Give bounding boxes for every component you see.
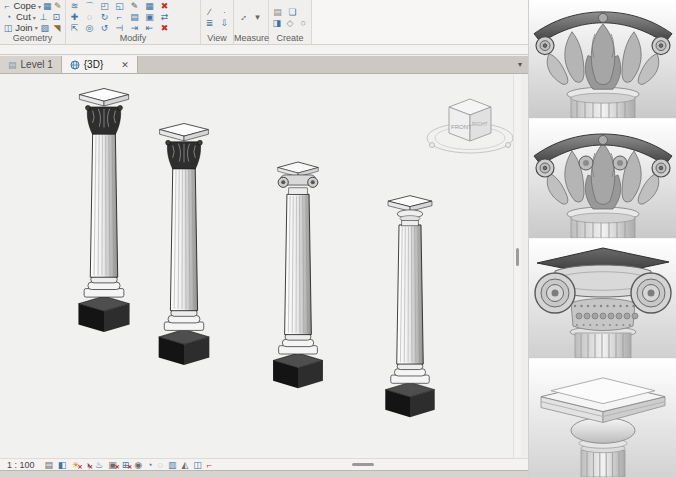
sun-path-icon[interactable]: ☀✕ (72, 460, 80, 470)
geometry-tool-icon[interactable]: ⊡ (51, 12, 62, 22)
viewcube-front-label: FRONT (451, 124, 472, 130)
dropdown-arrow-icon[interactable]: ▾ (35, 24, 38, 31)
horizontal-scrollbar-thumb[interactable] (352, 463, 374, 466)
temporary-view-properties-icon[interactable]: ▥ (168, 460, 177, 470)
cope-icon: ⌐ (3, 1, 11, 11)
crop-view-icon[interactable]: ▣✕ (108, 460, 117, 470)
join-button[interactable]: Join (15, 23, 32, 33)
viewcube-rotate-handle[interactable] (506, 143, 511, 148)
modify-tool-icon[interactable]: ✚ (69, 12, 80, 22)
ribbon-row: ◔Cut▾⊥⊡ (3, 12, 62, 23)
view-scale-button[interactable]: 1 : 100 (7, 460, 35, 470)
geometry-tool-icon[interactable]: ✎ (54, 1, 62, 11)
ribbon-row: ↔▾ (237, 12, 265, 23)
corinthian-column-3d[interactable] (58, 88, 150, 334)
vertical-scrollbar-thumb[interactable] (516, 248, 519, 266)
view-tab-bar: ▤Level 1{3D}✕▾ (0, 56, 528, 74)
corinthian-column-3d[interactable] (138, 123, 230, 367)
view-tool-icon[interactable]: ∕ (204, 7, 215, 17)
modify-tool-icon[interactable]: ⇄ (159, 12, 170, 22)
geometry-tool-icon[interactable]: ▦ (43, 1, 52, 11)
create-tool-icon[interactable]: ◇ (285, 18, 294, 28)
dropdown-arrow-icon[interactable]: ▾ (38, 3, 41, 10)
sheet-icon: ▤ (8, 60, 17, 70)
modify-tool-icon[interactable]: ⇱ (69, 23, 80, 33)
reveal-constraints-icon[interactable]: ⌐ (207, 460, 212, 470)
ribbon-row: ✚◌↻⌐▤▣⇄ (69, 12, 197, 23)
panel-rows: ⌐Cope▾▦✎◔Cut▾⊥⊡◫Join▾▨◥ (3, 1, 62, 33)
geometry-tool-icon[interactable]: ⊥ (38, 12, 49, 22)
drawing-area[interactable]: FRONT RIGHT (0, 74, 513, 458)
panel-label: Modify (66, 33, 200, 44)
viewcube-rotate-handle[interactable] (430, 143, 435, 148)
modify-tool-icon[interactable]: ↺ (99, 23, 110, 33)
modify-tool-icon[interactable]: ✖ (159, 23, 170, 33)
canvas-edge (521, 74, 528, 458)
create-tool-icon[interactable]: ○ (299, 18, 308, 28)
status-bar (0, 470, 528, 477)
doric-capital-render (529, 359, 676, 477)
modify-tool-icon[interactable]: ◌ (84, 12, 95, 22)
panel-label: View (201, 33, 233, 44)
rendering-dialog-icon[interactable]: ♨ (95, 460, 103, 470)
modify-tool-icon[interactable]: ⇤ (144, 23, 155, 33)
modify-tool-icon[interactable]: ▣ (144, 12, 155, 22)
tab-label: Level 1 (21, 59, 53, 70)
shadows-icon[interactable]: ◑✕ (85, 460, 90, 470)
modify-tool-icon[interactable]: ◰ (99, 1, 110, 11)
view-tool-icon[interactable]: · (219, 7, 230, 17)
view-tool-icon[interactable]: ≣ (204, 18, 215, 28)
reveal-hidden-elements-icon[interactable]: ◌ (158, 460, 163, 470)
view-tab-3d[interactable]: {3D}✕ (62, 56, 138, 73)
measure-tool-icon[interactable]: ▾ (252, 12, 263, 22)
modify-tool-icon[interactable]: ⊣ (114, 23, 125, 33)
close-tab-icon[interactable]: ✕ (121, 60, 129, 70)
view-tool-icon[interactable]: ⇩ (219, 18, 230, 28)
cope-button[interactable]: Cope (13, 1, 36, 11)
tab-list-arrow-icon[interactable]: ▾ (512, 56, 528, 73)
modify-tool-icon[interactable]: ▤ (129, 12, 140, 22)
modify-tool-icon[interactable]: ▦ (144, 1, 155, 11)
modify-tool-icon[interactable]: ✖ (159, 1, 170, 11)
ribbon-row: ≣⇩ (204, 17, 230, 28)
panel-label: Create (269, 33, 311, 44)
modify-tool-icon[interactable]: ✎ (129, 1, 140, 11)
modify-tool-icon[interactable]: ⌒ (84, 1, 95, 11)
modify-tool-icon[interactable]: ≋ (69, 1, 80, 11)
geometry-tool-icon[interactable]: ▨ (40, 23, 50, 33)
analytical-model-icon[interactable]: ◭ (181, 460, 188, 470)
modify-tool-icon[interactable]: ↻ (99, 12, 110, 22)
visual-style-icon[interactable]: ◧ (58, 460, 67, 470)
detail-level-icon[interactable]: ▤ (45, 460, 54, 470)
ribbon-panel-modify: ≋⌒◰◱✎▦✖✚◌↻⌐▤▣⇄⇱◎↺⊣⇥⇤✖Modify (66, 0, 201, 44)
crop-region-icon[interactable]: ⊞✕ (122, 460, 130, 470)
corinthian-capital-render (529, 0, 676, 119)
panel-label: Measure (234, 33, 268, 44)
ribbon-row: ▤❏ (272, 6, 308, 17)
geometry-tool-icon[interactable]: ◥ (52, 23, 62, 33)
cut-button[interactable]: Cut (16, 12, 31, 22)
modify-tool-icon[interactable]: ⌐ (114, 12, 125, 22)
measure-tool-icon[interactable]: ↔ (235, 10, 250, 25)
create-tool-icon[interactable]: ❏ (287, 7, 298, 17)
modify-tool-icon[interactable]: ◱ (114, 1, 125, 11)
panel-rows: ∕·≣⇩ (204, 1, 230, 33)
tuscan-column-3d[interactable] (364, 181, 456, 419)
highlight-displacement-icon[interactable]: ◫ (193, 460, 202, 470)
create-tool-icon[interactable]: ▤ (272, 7, 283, 17)
dropdown-arrow-icon[interactable]: ▾ (33, 14, 36, 21)
viewcube[interactable]: FRONT RIGHT (424, 88, 516, 160)
ribbon-panel-create: ▤❏◨◇○Create (269, 0, 312, 44)
temporary-hide-isolate-icon[interactable]: ◔ (147, 460, 152, 470)
view-tab-level1[interactable]: ▤Level 1 (0, 56, 62, 73)
ribbon-panel-view: ∕·≣⇩View (201, 0, 234, 44)
ionic-column-3d[interactable] (252, 150, 344, 390)
corinthian-capital-render (529, 119, 676, 239)
modify-tool-icon[interactable]: ◎ (84, 23, 95, 33)
ribbon-empty-area (312, 0, 528, 44)
modify-tool-icon[interactable]: ⇥ (129, 23, 140, 33)
lock-3d-view-icon[interactable]: ◉ (134, 460, 142, 470)
create-tool-icon[interactable]: ◨ (272, 18, 281, 28)
globe-icon (70, 60, 80, 70)
vertical-scrollbar[interactable] (513, 74, 521, 458)
